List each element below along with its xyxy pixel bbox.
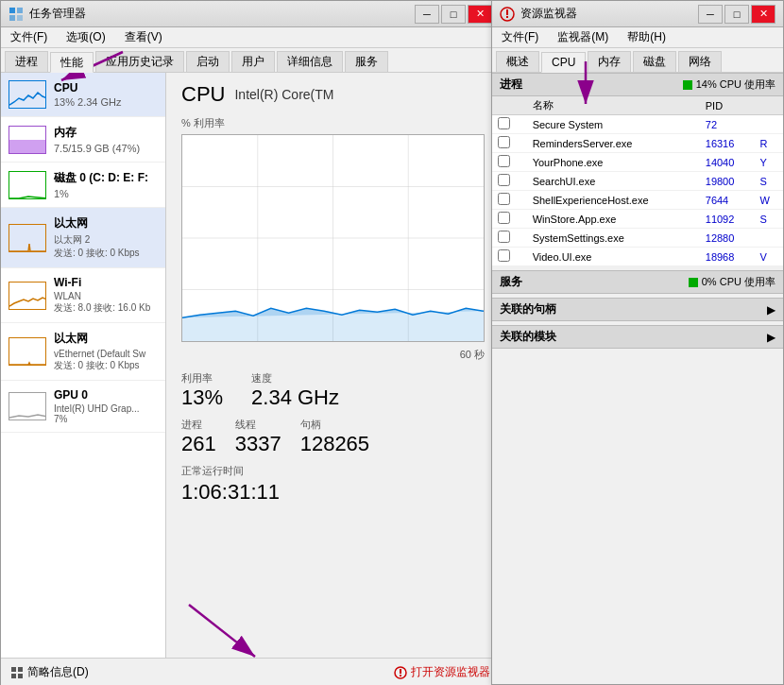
process-table: 名称 PID Secure System 72 RemindersServer.… xyxy=(492,96,783,266)
simple-view-button[interactable]: 简略信息(D) xyxy=(10,664,89,680)
process-pid: 12880 xyxy=(700,229,755,248)
chart-label: % 利用率 xyxy=(181,116,485,130)
handles-section-header[interactable]: 关联的句柄 ▶ xyxy=(492,298,783,321)
task-manager-title: 任务管理器 xyxy=(29,6,415,22)
process-name: SearchUI.exe xyxy=(527,172,700,191)
task-manager-main: CPU 13% 2.34 GHz 内存 7.5/15.9 GB (47%) xyxy=(1,73,500,658)
disk-mini-graph xyxy=(9,171,46,199)
rm-close-button[interactable]: ✕ xyxy=(751,5,775,24)
table-row[interactable]: SearchUI.exe 19800 S xyxy=(492,172,783,191)
tab-services[interactable]: 服务 xyxy=(345,51,388,72)
table-row[interactable]: ShellExperienceHost.exe 7644 W xyxy=(492,191,783,210)
task-manager-bottom-bar: 简略信息(D) 打开资源监视器 xyxy=(1,658,500,685)
resource-monitor-window: 资源监视器 ─ □ ✕ 文件(F) 监视器(M) 帮助(H) 概述 CPU 内存… xyxy=(491,0,784,685)
process-pid: 16316 xyxy=(700,134,755,153)
runtime-stat: 正常运行时间 1:06:31:11 xyxy=(181,464,485,505)
maximize-button[interactable]: □ xyxy=(441,5,466,24)
minimize-button[interactable]: ─ xyxy=(415,5,439,24)
process-checkbox[interactable] xyxy=(498,212,510,224)
process-checkbox[interactable] xyxy=(498,117,510,129)
process-extra: S xyxy=(755,172,783,191)
rm-tab-disk[interactable]: 磁盘 xyxy=(633,51,676,72)
tab-app-history[interactable]: 应用历史记录 xyxy=(95,51,184,72)
sidebar-item-disk[interactable]: 磁盘 0 (C: D: E: F: 1% xyxy=(1,163,165,208)
rm-tab-network[interactable]: 网络 xyxy=(678,51,722,72)
table-row[interactable]: SystemSettings.exe 12880 xyxy=(492,229,783,248)
process-name: Video.UI.exe xyxy=(527,248,700,266)
task-manager-tabs: 进程 性能 应用历史记录 启动 用户 详细信息 服务 xyxy=(1,48,500,73)
sidebar-item-cpu[interactable]: CPU 13% 2.34 GHz xyxy=(1,73,165,117)
sidebar-item-wifi[interactable]: Wi-Fi WLAN 发送: 8.0 接收: 16.0 Kb xyxy=(1,268,165,323)
rm-tab-overview[interactable]: 概述 xyxy=(496,51,539,72)
svg-rect-14 xyxy=(11,674,16,678)
speed-stat: 速度 2.34 GHz xyxy=(251,371,339,410)
col-name[interactable]: 名称 xyxy=(527,96,700,115)
table-row[interactable]: Video.UI.exe 18968 V xyxy=(492,248,783,266)
svg-rect-20 xyxy=(506,9,508,15)
table-row[interactable]: YourPhone.exe 14040 Y xyxy=(492,153,783,172)
detail-subtitle: Intel(R) Core(TM xyxy=(234,87,333,102)
table-row[interactable]: RemindersServer.exe 16316 R xyxy=(492,134,783,153)
task-manager-titlebar: 任务管理器 ─ □ ✕ xyxy=(1,1,500,27)
svg-rect-2 xyxy=(9,15,15,21)
disk-sidebar-info: 磁盘 0 (C: D: E: F: 1% xyxy=(54,170,158,199)
menu-file[interactable]: 文件(F) xyxy=(5,27,53,47)
process-checkbox[interactable] xyxy=(498,174,510,186)
rm-menu-file[interactable]: 文件(F) xyxy=(496,27,544,47)
modules-section-header[interactable]: 关联的模块 ▶ xyxy=(492,325,783,349)
cpu-usage-badge: 14% CPU 使用率 xyxy=(683,77,775,92)
process-extra: W xyxy=(755,191,783,210)
table-row[interactable]: WinStore.App.exe 11092 S xyxy=(492,210,783,229)
resource-monitor-icon xyxy=(500,7,515,22)
ethernet-mini-graph xyxy=(9,224,46,252)
resource-monitor-tabs: 概述 CPU 内存 磁盘 网络 xyxy=(492,48,783,73)
process-checkbox[interactable] xyxy=(498,231,510,243)
sidebar-item-ethernet[interactable]: 以太网 以太网 2 发送: 0 接收: 0 Kbps xyxy=(1,208,165,268)
rm-tab-cpu[interactable]: CPU xyxy=(541,52,586,73)
menu-options[interactable]: 选项(O) xyxy=(60,27,111,47)
sidebar-item-vethernet[interactable]: 以太网 vEthernet (Default Sw 发送: 0 接收: 0 Kb… xyxy=(1,323,165,381)
tab-process[interactable]: 进程 xyxy=(5,51,48,72)
process-checkbox[interactable] xyxy=(498,155,510,167)
tab-startup[interactable]: 启动 xyxy=(186,51,230,72)
open-resource-monitor-button[interactable]: 打开资源监视器 xyxy=(394,664,490,680)
process-stat: 进程 261 xyxy=(181,418,216,456)
services-cpu-badge: 0% CPU 使用率 xyxy=(689,275,775,289)
process-extra xyxy=(755,115,783,134)
process-checkbox[interactable] xyxy=(498,249,510,262)
rm-maximize-button[interactable]: □ xyxy=(724,5,749,24)
time-label: 60 秒 xyxy=(181,348,485,362)
col-checkbox xyxy=(492,96,527,115)
gpu-mini-graph xyxy=(9,392,46,420)
wifi-mini-graph xyxy=(9,282,46,310)
close-button[interactable]: ✕ xyxy=(468,5,492,24)
task-manager-icon xyxy=(9,7,24,22)
table-row[interactable]: Secure System 72 xyxy=(492,115,783,134)
process-name: RemindersServer.exe xyxy=(527,134,700,153)
rm-minimize-button[interactable]: ─ xyxy=(698,5,723,24)
cpu-chart xyxy=(181,134,485,342)
process-section-header[interactable]: 进程 14% CPU 使用率 xyxy=(492,73,783,96)
tab-details[interactable]: 详细信息 xyxy=(277,51,343,72)
tab-users[interactable]: 用户 xyxy=(231,51,275,72)
cpu-sidebar-info: CPU 13% 2.34 GHz xyxy=(54,81,158,108)
tab-performance[interactable]: 性能 xyxy=(50,52,94,73)
rm-menu-monitor[interactable]: 监视器(M) xyxy=(552,27,614,47)
process-extra xyxy=(755,229,783,248)
process-checkbox[interactable] xyxy=(498,136,510,148)
rm-tab-memory[interactable]: 内存 xyxy=(588,51,631,72)
services-section-header[interactable]: 服务 0% CPU 使用率 xyxy=(492,270,783,294)
process-pid: 11092 xyxy=(700,210,755,229)
sidebar-item-memory[interactable]: 内存 7.5/15.9 GB (47%) xyxy=(1,117,165,163)
rm-menu-help[interactable]: 帮助(H) xyxy=(622,27,672,47)
sidebar-item-gpu[interactable]: GPU 0 Intel(R) UHD Grap... 7% xyxy=(1,381,165,433)
col-pid[interactable]: PID xyxy=(700,96,755,115)
process-name: ShellExperienceHost.exe xyxy=(527,191,700,210)
vethernet-sidebar-info: 以太网 vEthernet (Default Sw 发送: 0 接收: 0 Kb… xyxy=(54,331,158,372)
svg-rect-5 xyxy=(9,127,46,140)
svg-rect-15 xyxy=(18,674,23,678)
process-extra: S xyxy=(755,210,783,229)
process-checkbox[interactable] xyxy=(498,193,510,205)
resource-monitor-title: 资源监视器 xyxy=(520,6,698,22)
menu-view[interactable]: 查看(V) xyxy=(119,27,168,47)
